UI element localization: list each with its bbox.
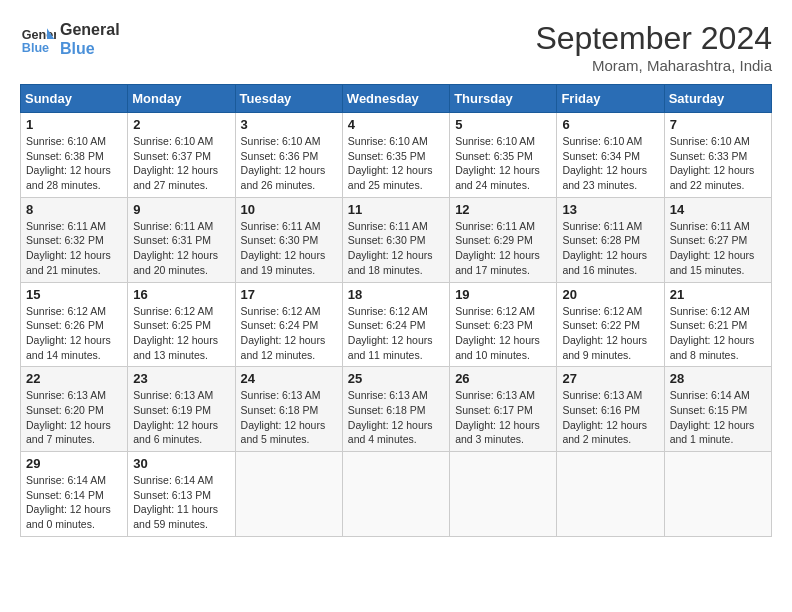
day-info: Sunrise: 6:14 AM Sunset: 6:14 PM Dayligh…	[26, 473, 122, 532]
calendar-cell: 20Sunrise: 6:12 AM Sunset: 6:22 PM Dayli…	[557, 282, 664, 367]
calendar-cell: 11Sunrise: 6:11 AM Sunset: 6:30 PM Dayli…	[342, 197, 449, 282]
calendar-cell	[557, 452, 664, 537]
calendar-cell: 23Sunrise: 6:13 AM Sunset: 6:19 PM Dayli…	[128, 367, 235, 452]
calendar-cell	[235, 452, 342, 537]
calendar-cell: 7Sunrise: 6:10 AM Sunset: 6:33 PM Daylig…	[664, 113, 771, 198]
calendar-cell: 27Sunrise: 6:13 AM Sunset: 6:16 PM Dayli…	[557, 367, 664, 452]
calendar-cell: 28Sunrise: 6:14 AM Sunset: 6:15 PM Dayli…	[664, 367, 771, 452]
day-info: Sunrise: 6:13 AM Sunset: 6:20 PM Dayligh…	[26, 388, 122, 447]
weekday-header-saturday: Saturday	[664, 85, 771, 113]
calendar-cell: 3Sunrise: 6:10 AM Sunset: 6:36 PM Daylig…	[235, 113, 342, 198]
calendar-cell: 17Sunrise: 6:12 AM Sunset: 6:24 PM Dayli…	[235, 282, 342, 367]
day-info: Sunrise: 6:12 AM Sunset: 6:22 PM Dayligh…	[562, 304, 658, 363]
calendar-cell	[450, 452, 557, 537]
day-info: Sunrise: 6:12 AM Sunset: 6:24 PM Dayligh…	[348, 304, 444, 363]
day-number: 6	[562, 117, 658, 132]
day-number: 14	[670, 202, 766, 217]
month-year-title: September 2024	[535, 20, 772, 57]
calendar-cell: 14Sunrise: 6:11 AM Sunset: 6:27 PM Dayli…	[664, 197, 771, 282]
calendar-cell: 29Sunrise: 6:14 AM Sunset: 6:14 PM Dayli…	[21, 452, 128, 537]
calendar-cell: 4Sunrise: 6:10 AM Sunset: 6:35 PM Daylig…	[342, 113, 449, 198]
logo-blue: Blue	[60, 39, 120, 58]
day-info: Sunrise: 6:14 AM Sunset: 6:13 PM Dayligh…	[133, 473, 229, 532]
day-number: 8	[26, 202, 122, 217]
day-info: Sunrise: 6:10 AM Sunset: 6:35 PM Dayligh…	[348, 134, 444, 193]
day-number: 11	[348, 202, 444, 217]
location-subtitle: Moram, Maharashtra, India	[535, 57, 772, 74]
day-number: 12	[455, 202, 551, 217]
calendar-cell: 10Sunrise: 6:11 AM Sunset: 6:30 PM Dayli…	[235, 197, 342, 282]
calendar-cell: 30Sunrise: 6:14 AM Sunset: 6:13 PM Dayli…	[128, 452, 235, 537]
calendar-cell: 26Sunrise: 6:13 AM Sunset: 6:17 PM Dayli…	[450, 367, 557, 452]
calendar-cell	[342, 452, 449, 537]
calendar-cell: 18Sunrise: 6:12 AM Sunset: 6:24 PM Dayli…	[342, 282, 449, 367]
svg-text:Blue: Blue	[22, 41, 49, 55]
day-info: Sunrise: 6:10 AM Sunset: 6:33 PM Dayligh…	[670, 134, 766, 193]
day-info: Sunrise: 6:11 AM Sunset: 6:27 PM Dayligh…	[670, 219, 766, 278]
day-number: 19	[455, 287, 551, 302]
day-info: Sunrise: 6:11 AM Sunset: 6:30 PM Dayligh…	[348, 219, 444, 278]
day-number: 2	[133, 117, 229, 132]
calendar-cell: 22Sunrise: 6:13 AM Sunset: 6:20 PM Dayli…	[21, 367, 128, 452]
weekday-header-thursday: Thursday	[450, 85, 557, 113]
day-number: 3	[241, 117, 337, 132]
day-info: Sunrise: 6:13 AM Sunset: 6:18 PM Dayligh…	[348, 388, 444, 447]
calendar-cell: 25Sunrise: 6:13 AM Sunset: 6:18 PM Dayli…	[342, 367, 449, 452]
calendar-cell: 24Sunrise: 6:13 AM Sunset: 6:18 PM Dayli…	[235, 367, 342, 452]
calendar-cell: 6Sunrise: 6:10 AM Sunset: 6:34 PM Daylig…	[557, 113, 664, 198]
day-info: Sunrise: 6:13 AM Sunset: 6:18 PM Dayligh…	[241, 388, 337, 447]
day-number: 21	[670, 287, 766, 302]
day-number: 20	[562, 287, 658, 302]
day-info: Sunrise: 6:12 AM Sunset: 6:24 PM Dayligh…	[241, 304, 337, 363]
day-info: Sunrise: 6:12 AM Sunset: 6:23 PM Dayligh…	[455, 304, 551, 363]
calendar-table: SundayMondayTuesdayWednesdayThursdayFrid…	[20, 84, 772, 537]
calendar-cell: 1Sunrise: 6:10 AM Sunset: 6:38 PM Daylig…	[21, 113, 128, 198]
day-info: Sunrise: 6:10 AM Sunset: 6:36 PM Dayligh…	[241, 134, 337, 193]
logo: General Blue General Blue	[20, 20, 120, 58]
day-info: Sunrise: 6:12 AM Sunset: 6:21 PM Dayligh…	[670, 304, 766, 363]
day-info: Sunrise: 6:11 AM Sunset: 6:32 PM Dayligh…	[26, 219, 122, 278]
calendar-cell: 2Sunrise: 6:10 AM Sunset: 6:37 PM Daylig…	[128, 113, 235, 198]
day-info: Sunrise: 6:13 AM Sunset: 6:16 PM Dayligh…	[562, 388, 658, 447]
page-header: General Blue General Blue September 2024…	[20, 20, 772, 74]
day-number: 23	[133, 371, 229, 386]
day-number: 25	[348, 371, 444, 386]
day-number: 29	[26, 456, 122, 471]
calendar-cell: 19Sunrise: 6:12 AM Sunset: 6:23 PM Dayli…	[450, 282, 557, 367]
day-info: Sunrise: 6:10 AM Sunset: 6:35 PM Dayligh…	[455, 134, 551, 193]
calendar-cell: 15Sunrise: 6:12 AM Sunset: 6:26 PM Dayli…	[21, 282, 128, 367]
calendar-cell	[664, 452, 771, 537]
day-number: 15	[26, 287, 122, 302]
calendar-cell: 12Sunrise: 6:11 AM Sunset: 6:29 PM Dayli…	[450, 197, 557, 282]
day-number: 24	[241, 371, 337, 386]
calendar-cell: 13Sunrise: 6:11 AM Sunset: 6:28 PM Dayli…	[557, 197, 664, 282]
day-number: 28	[670, 371, 766, 386]
day-info: Sunrise: 6:12 AM Sunset: 6:25 PM Dayligh…	[133, 304, 229, 363]
day-number: 4	[348, 117, 444, 132]
day-info: Sunrise: 6:11 AM Sunset: 6:28 PM Dayligh…	[562, 219, 658, 278]
day-number: 30	[133, 456, 229, 471]
weekday-header-tuesday: Tuesday	[235, 85, 342, 113]
day-info: Sunrise: 6:14 AM Sunset: 6:15 PM Dayligh…	[670, 388, 766, 447]
day-info: Sunrise: 6:10 AM Sunset: 6:37 PM Dayligh…	[133, 134, 229, 193]
day-info: Sunrise: 6:10 AM Sunset: 6:34 PM Dayligh…	[562, 134, 658, 193]
day-number: 1	[26, 117, 122, 132]
day-number: 17	[241, 287, 337, 302]
day-number: 9	[133, 202, 229, 217]
day-number: 18	[348, 287, 444, 302]
day-number: 27	[562, 371, 658, 386]
day-info: Sunrise: 6:10 AM Sunset: 6:38 PM Dayligh…	[26, 134, 122, 193]
day-info: Sunrise: 6:11 AM Sunset: 6:30 PM Dayligh…	[241, 219, 337, 278]
calendar-cell: 5Sunrise: 6:10 AM Sunset: 6:35 PM Daylig…	[450, 113, 557, 198]
calendar-cell: 9Sunrise: 6:11 AM Sunset: 6:31 PM Daylig…	[128, 197, 235, 282]
day-number: 5	[455, 117, 551, 132]
calendar-cell: 8Sunrise: 6:11 AM Sunset: 6:32 PM Daylig…	[21, 197, 128, 282]
day-number: 26	[455, 371, 551, 386]
day-number: 22	[26, 371, 122, 386]
day-number: 10	[241, 202, 337, 217]
logo-icon: General Blue	[20, 21, 56, 57]
day-info: Sunrise: 6:11 AM Sunset: 6:31 PM Dayligh…	[133, 219, 229, 278]
logo-general: General	[60, 20, 120, 39]
day-info: Sunrise: 6:13 AM Sunset: 6:17 PM Dayligh…	[455, 388, 551, 447]
calendar-cell: 16Sunrise: 6:12 AM Sunset: 6:25 PM Dayli…	[128, 282, 235, 367]
